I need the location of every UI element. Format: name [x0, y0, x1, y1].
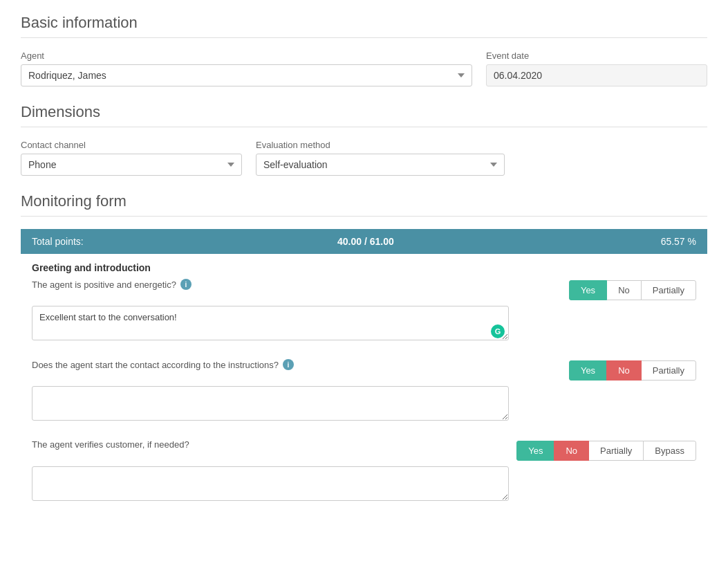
- agent-select[interactable]: Rodriquez, James: [21, 64, 472, 86]
- basic-info-form-row: Agent Rodriquez, James Event date: [21, 51, 707, 86]
- textarea-wrapper-3: [32, 466, 509, 503]
- question-content-2: Does the agent start the contact accordi…: [32, 359, 696, 386]
- no-button-2[interactable]: No: [606, 360, 642, 381]
- question-right-3: Yes No Partially Bypass: [503, 439, 696, 466]
- eval-method-select[interactable]: Self-evaluation Peer evaluation Manager …: [256, 154, 505, 176]
- event-date-input[interactable]: [486, 64, 707, 86]
- textarea-wrapper-1: Excellent start to the conversation! G: [32, 306, 509, 342]
- question-label-1: The agent is positive and energetic? i: [32, 279, 489, 290]
- dimensions-form-row: Contact channel Phone Email Chat Evaluat…: [21, 140, 707, 176]
- question-textarea-1[interactable]: Excellent start to the conversation!: [32, 306, 509, 340]
- yes-button-3[interactable]: Yes: [516, 441, 554, 461]
- monitoring-form-container: Total points: 40.00 / 61.00 65.57 % Gree…: [21, 229, 707, 531]
- question-left-3: The agent verifies customer, if needed?: [32, 439, 503, 455]
- basic-info-section: Basic information Agent Rodriquez, James…: [21, 14, 707, 86]
- answer-buttons-3: Yes No Partially Bypass: [516, 441, 696, 461]
- subsection-greeting-title: Greeting and introduction: [32, 254, 696, 279]
- partially-button-3[interactable]: Partially: [588, 441, 644, 461]
- question-row-2: Does the agent start the contact accordi…: [32, 359, 696, 428]
- question-right-1: Yes No Partially: [503, 279, 696, 306]
- basic-info-title: Basic information: [21, 14, 707, 32]
- eval-method-group: Evaluation method Self-evaluation Peer e…: [256, 140, 505, 176]
- monitoring-title: Monitoring form: [21, 192, 707, 210]
- event-date-label: Event date: [486, 51, 707, 61]
- question-textarea-2[interactable]: [32, 386, 509, 421]
- monitoring-divider: [21, 216, 707, 217]
- textarea-wrapper-2: [32, 386, 509, 423]
- question-content-1: The agent is positive and energetic? i Y…: [32, 279, 696, 306]
- partially-button-1[interactable]: Partially: [641, 280, 696, 300]
- question-content-3: The agent verifies customer, if needed? …: [32, 439, 696, 466]
- total-points-label: Total points:: [32, 236, 84, 247]
- total-points-value: 40.00 / 61.00: [337, 236, 394, 247]
- yes-button-2[interactable]: Yes: [569, 360, 607, 381]
- question-left-2: Does the agent start the contact accordi…: [32, 359, 503, 376]
- partially-button-2[interactable]: Partially: [641, 360, 696, 381]
- dimensions-section: Dimensions Contact channel Phone Email C…: [21, 103, 707, 176]
- yes-button-1[interactable]: Yes: [569, 280, 607, 300]
- monitoring-header: Total points: 40.00 / 61.00 65.57 %: [21, 229, 707, 254]
- no-button-3[interactable]: No: [554, 441, 589, 461]
- monitoring-section: Monitoring form Total points: 40.00 / 61…: [21, 192, 707, 531]
- contact-channel-select[interactable]: Phone Email Chat: [21, 154, 242, 176]
- info-icon-2[interactable]: i: [283, 359, 294, 370]
- question-label-2: Does the agent start the contact accordi…: [32, 359, 489, 370]
- contact-channel-label: Contact channel: [21, 140, 242, 150]
- contact-channel-group: Contact channel Phone Email Chat: [21, 140, 242, 176]
- agent-label: Agent: [21, 51, 472, 61]
- no-button-1[interactable]: No: [606, 280, 642, 300]
- monitoring-body: Greeting and introduction The agent is p…: [21, 254, 707, 531]
- question-row-1: The agent is positive and energetic? i Y…: [32, 279, 696, 348]
- question-label-3: The agent verifies customer, if needed?: [32, 439, 489, 450]
- dimensions-title: Dimensions: [21, 103, 707, 121]
- question-right-2: Yes No Partially: [503, 359, 696, 386]
- info-icon-1[interactable]: i: [180, 279, 192, 290]
- question-row-3: The agent verifies customer, if needed? …: [32, 439, 696, 509]
- answer-buttons-2: Yes No Partially: [569, 360, 696, 381]
- answer-buttons-1: Yes No Partially: [569, 280, 696, 300]
- question-left-1: The agent is positive and energetic? i: [32, 279, 503, 295]
- eval-method-label: Evaluation method: [256, 140, 505, 150]
- section-divider: [21, 37, 707, 38]
- question-textarea-3[interactable]: [32, 466, 509, 501]
- event-date-field-group: Event date: [486, 51, 707, 86]
- dimensions-divider: [21, 127, 707, 127]
- grammarly-icon-1: G: [491, 324, 505, 338]
- total-points-percent: 65.57 %: [648, 236, 696, 247]
- agent-field-group: Agent Rodriquez, James: [21, 51, 472, 86]
- bypass-button-3[interactable]: Bypass: [643, 441, 696, 461]
